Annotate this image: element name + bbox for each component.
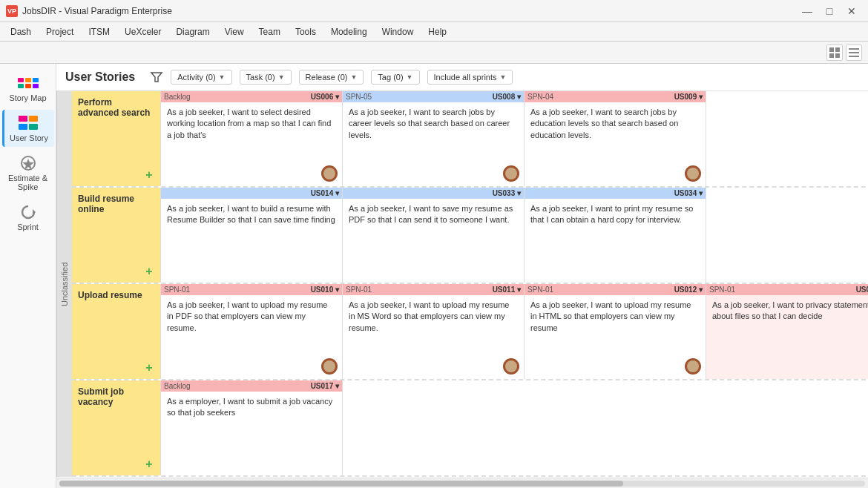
avatar-us011 <box>503 358 519 375</box>
story-name-perform-advanced-search: Perform advanced search + <box>72 91 161 186</box>
menu-bar: Dash Project ITSM UeXceler Diagram View … <box>0 22 868 42</box>
svg-rect-10 <box>29 124 38 130</box>
sprints-filter-arrow: ▼ <box>500 73 507 81</box>
card-body-us009: As a job seeker, I want to search jobs b… <box>525 102 706 169</box>
avatar-us006 <box>321 165 338 182</box>
us-tag-us006: US006 ▾ <box>311 93 339 101</box>
add-card-btn-2[interactable]: + <box>142 265 156 278</box>
story-row-submit-job-vacancy: Submit job vacancy + Backlog US017 ▾ As <box>72 380 868 477</box>
svg-rect-0 <box>829 47 834 52</box>
card-body-us017: As a employer, I want to submit a job va… <box>161 392 342 458</box>
story-map-icon <box>16 74 40 92</box>
sprint-tag-us009: SPN-04 <box>527 93 553 101</box>
menu-uexceler[interactable]: UeXceler <box>117 24 168 39</box>
horizontal-scrollbar[interactable] <box>56 478 868 488</box>
sprint-tag-us011: SPN-01 <box>346 286 372 294</box>
card-header-us006: Backlog US006 ▾ <box>161 91 342 102</box>
add-card-btn-1[interactable]: + <box>142 168 156 182</box>
sidebar-item-story-map[interactable]: Story Map <box>2 70 54 107</box>
us-tag-us033: US033 ▾ <box>493 189 521 197</box>
avatar-us012 <box>685 358 701 375</box>
card-us013: SPN-01 US013 ▾ As a job seeker, I want t… <box>706 284 868 379</box>
card-body-us006: As a job seeker, I want to select desire… <box>161 102 342 169</box>
menu-diagram[interactable]: Diagram <box>168 24 217 39</box>
menu-dash[interactable]: Dash <box>3 24 39 39</box>
card-header-us012: SPN-01 US012 ▾ <box>525 284 706 295</box>
svg-rect-4 <box>849 48 859 50</box>
release-filter[interactable]: Release (0) ▼ <box>299 70 364 85</box>
toolbar-icon-grid[interactable] <box>826 44 843 61</box>
sidebar-item-sprint[interactable]: Sprint <box>2 199 54 236</box>
us-tag-us014: US014 ▾ <box>311 189 339 197</box>
story-row-perform-advanced-search: Perform advanced search + Backlog US006 … <box>72 91 868 188</box>
app-icon: VP <box>6 5 18 17</box>
menu-help[interactable]: Help <box>421 24 454 39</box>
sprint-icon <box>16 203 40 221</box>
menu-team[interactable]: Team <box>251 24 288 39</box>
sidebar-item-user-story[interactable]: User Story <box>2 110 54 147</box>
sidebar-item-estimate-spike[interactable]: Estimate & Spike <box>2 150 54 196</box>
grid-container[interactable]: Unclassified Perform advanced search + B… <box>56 91 868 478</box>
main-layout: Story Map User Story Estimate & Spike <box>0 64 868 488</box>
sidebar-label-estimate-spike: Estimate & Spike <box>5 174 51 191</box>
toolbar-icon-list[interactable] <box>846 44 862 61</box>
card-body-us014: As a job seeker, I want to build a resum… <box>161 199 342 266</box>
card-us034: US034 ▾ As a job seeker, I want to print… <box>525 188 706 283</box>
card-us033: US033 ▾ As a job seeker, I want to save … <box>343 188 525 283</box>
close-button[interactable]: ✕ <box>841 4 862 19</box>
svg-rect-1 <box>835 47 840 52</box>
story-name-build-resume-online: Build resume online + <box>72 188 161 283</box>
sprints-filter-label: Include all sprints <box>434 73 497 82</box>
card-us006: Backlog US006 ▾ As a job seeker, I want … <box>161 91 343 186</box>
menu-itsm[interactable]: ITSM <box>81 24 117 39</box>
activity-filter[interactable]: Activity (0) ▼ <box>171 70 231 85</box>
story-name-submit-job-vacancy: Submit job vacancy + <box>72 380 161 475</box>
avatar-us008 <box>503 165 519 182</box>
us-tag-us013: US013 ▾ <box>856 286 868 294</box>
title-bar: VP JobsDIR - Visual Paradigm Enterprise … <box>0 0 868 22</box>
card-header-us008: SPN-05 US008 ▾ <box>343 91 524 102</box>
card-us009: SPN-04 US009 ▾ As a job seeker, I want t… <box>525 91 706 186</box>
minimize-button[interactable]: — <box>797 4 818 19</box>
menu-view[interactable]: View <box>217 24 251 39</box>
task-filter-label: Task (0) <box>246 73 275 82</box>
us-tag-us008: US008 ▾ <box>493 93 521 101</box>
content-area: User Stories Activity (0) ▼ Task (0) ▼ R… <box>56 64 868 488</box>
grid-wrap: Unclassified Perform advanced search + B… <box>56 91 868 477</box>
activity-filter-arrow: ▼ <box>219 73 226 81</box>
avatar-us009 <box>685 165 701 182</box>
release-filter-label: Release (0) <box>306 73 348 82</box>
card-us010: SPN-01 US010 ▾ As a job seeker, I want t… <box>161 284 343 379</box>
card-us008: SPN-05 US008 ▾ As a job seeker, I want t… <box>343 91 525 186</box>
task-filter[interactable]: Task (0) ▼ <box>240 70 292 85</box>
svg-rect-6 <box>849 56 859 57</box>
add-card-btn-3[interactable]: + <box>142 361 156 375</box>
card-us017: Backlog US017 ▾ As a employer, I want to… <box>161 380 343 475</box>
sidebar-label-sprint: Sprint <box>17 222 39 231</box>
us-tag-us011: US011 ▾ <box>493 286 521 294</box>
content-header: User Stories Activity (0) ▼ Task (0) ▼ R… <box>56 64 868 91</box>
sprint-tag-us008: SPN-05 <box>346 93 372 101</box>
cards-area-2: US014 ▾ As a job seeker, I want to build… <box>161 188 706 283</box>
menu-modeling[interactable]: Modeling <box>323 24 375 39</box>
maximize-button[interactable]: □ <box>819 4 840 19</box>
tag-filter[interactable]: Tag (0) ▼ <box>371 70 419 85</box>
svg-rect-7 <box>19 116 27 122</box>
card-body-us010: As a job seeker, I want to upload my res… <box>161 295 342 362</box>
card-header-us033: US033 ▾ <box>343 188 524 199</box>
add-card-btn-4[interactable]: + <box>142 458 156 471</box>
unclassified-label: Unclassified <box>56 91 72 477</box>
sprints-filter[interactable]: Include all sprints ▼ <box>427 70 513 85</box>
menu-window[interactable]: Window <box>375 24 421 39</box>
release-filter-arrow: ▼ <box>350 73 357 81</box>
activity-filter-label: Activity (0) <box>177 73 215 82</box>
page-title: User Stories <box>65 70 135 84</box>
menu-project[interactable]: Project <box>39 24 81 39</box>
svg-rect-2 <box>829 53 834 58</box>
us-tag-us034: US034 ▾ <box>674 189 703 197</box>
menu-tools[interactable]: Tools <box>288 24 323 39</box>
card-header-us034: US034 ▾ <box>525 188 706 199</box>
window-controls: — □ ✕ <box>797 4 862 19</box>
sprint-tag-us006: Backlog <box>164 93 191 101</box>
filter-icon <box>150 70 163 84</box>
